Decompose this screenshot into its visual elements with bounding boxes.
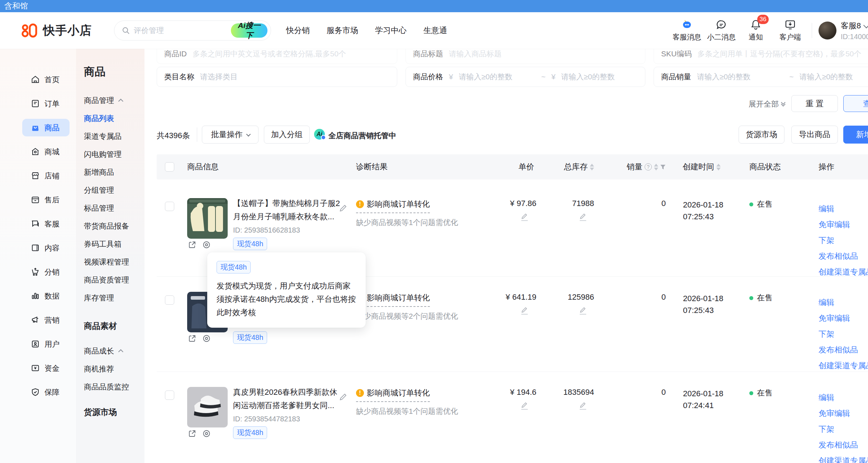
sales-help-icon[interactable] [645, 163, 652, 170]
filter-price-range[interactable]: 商品价格 ¥ ~ ¥ [405, 67, 645, 87]
filter-sales-range[interactable]: 商品销量 ~ [654, 67, 868, 87]
action-edit-no-review[interactable]: 免审编辑 [819, 217, 868, 233]
category-input[interactable] [200, 73, 390, 81]
nav-kuaifenxiao[interactable]: 快分销 [286, 25, 310, 36]
submenu-item-video-course[interactable]: 视频课程管理 [84, 253, 144, 271]
action-delist[interactable]: 下架 [819, 233, 868, 248]
submenu-item-inventory[interactable]: 库存管理 [84, 289, 144, 307]
notifications[interactable]: 通知 36 [739, 19, 773, 42]
action-edit[interactable]: 编辑 [819, 201, 868, 217]
customer-service-messages[interactable]: 客服消息 [670, 19, 704, 42]
open-external-icon[interactable] [188, 240, 196, 249]
diagnosis-title[interactable]: 影响商城订单转化 [356, 199, 430, 213]
product-title[interactable]: 真皮男鞋2026春秋四季新款休闲运动潮百搭老爹鞋男女同... [233, 385, 341, 412]
filter-funnel-icon[interactable] [660, 165, 665, 169]
row-checkbox[interactable] [165, 202, 174, 211]
nav-service-market[interactable]: 服务市场 [327, 25, 358, 36]
submenu-item-quality-monitor[interactable]: 商品品质监控 [84, 378, 144, 396]
staff-messages[interactable]: 小二消息 [704, 19, 739, 42]
edit-price-icon[interactable] [521, 401, 528, 411]
sidebar-item-shop[interactable]: 店铺 [0, 164, 76, 188]
action-edit-no-review[interactable]: 免审编辑 [819, 406, 868, 421]
submenu-item-promo-report[interactable]: 带货商品报备 [84, 217, 144, 235]
row-checkbox[interactable] [165, 295, 174, 305]
action-publish-similar[interactable]: 发布相似品 [819, 342, 868, 358]
action-edit-no-review[interactable]: 免审编辑 [819, 310, 868, 326]
export-products-button[interactable]: 导出商品 [791, 126, 838, 144]
action-edit[interactable]: 编辑 [819, 295, 868, 310]
sidebar-item-distribution[interactable]: 分销 [0, 260, 76, 284]
submenu-group-product-growth[interactable]: 商品成长 [84, 342, 144, 360]
ai-hosting-status[interactable]: 全店商品营销托管中 [328, 131, 396, 141]
price-max-input[interactable] [561, 73, 638, 81]
preview-eye-icon[interactable] [202, 240, 211, 249]
search-input[interactable] [134, 26, 231, 35]
query-button[interactable]: 查 询 [843, 95, 868, 112]
submenu-item-standard-product[interactable]: 标品管理 [84, 199, 144, 217]
submenu-item-channel-exclusive[interactable]: 渠道专属品 [84, 127, 144, 145]
submenu-item-flash-buy[interactable]: 闪电购管理 [84, 145, 144, 163]
action-publish-similar[interactable]: 发布相似品 [819, 437, 868, 453]
select-all-checkbox[interactable] [165, 162, 174, 172]
sidebar-item-funds[interactable]: 资金 [0, 356, 76, 380]
nav-shengyitong[interactable]: 生意通 [423, 25, 447, 36]
edit-title-icon[interactable] [339, 204, 347, 212]
preview-eye-icon[interactable] [202, 429, 211, 438]
sidebar-item-service[interactable]: 客服 [0, 212, 76, 236]
edit-stock-icon[interactable] [579, 306, 587, 315]
edit-price-icon[interactable] [521, 306, 528, 315]
submenu-section-material[interactable]: 商品素材 [84, 317, 144, 335]
avatar[interactable] [819, 22, 836, 39]
add-product-button[interactable]: 新增商品 [843, 126, 868, 144]
nav-learning-center[interactable]: 学习中心 [375, 25, 407, 36]
submenu-item-grouping[interactable]: 分组管理 [84, 181, 144, 199]
expand-all-link[interactable]: 展开全部 [749, 99, 785, 109]
edit-title-icon[interactable] [339, 393, 347, 401]
submenu-item-opportunity[interactable]: 商机推荐 [84, 360, 144, 378]
stock-48h-tag[interactable]: 现货48h [233, 331, 267, 344]
supply-market-button[interactable]: 货源市场 [739, 126, 784, 144]
ai-search-button[interactable]: Ai搜一下 [231, 23, 267, 38]
action-delist[interactable]: 下架 [819, 326, 868, 342]
sidebar-item-mall[interactable]: 商城 [0, 140, 76, 164]
batch-actions-button[interactable]: 批量操作 [202, 126, 258, 144]
action-edit[interactable]: 编辑 [819, 390, 868, 406]
sidebar-item-aftersale[interactable]: 售后 [0, 188, 76, 212]
sidebar-item-orders[interactable]: 订单 [0, 92, 76, 116]
sku-code-input[interactable] [697, 50, 868, 58]
sort-icons[interactable] [716, 164, 721, 170]
submenu-section-supply-market[interactable]: 货源市场 [84, 403, 144, 421]
diagnosis-title[interactable]: 影响商城订单转化 [356, 388, 430, 402]
submenu-item-qualification[interactable]: 商品资质管理 [84, 271, 144, 289]
row-checkbox[interactable] [165, 390, 174, 400]
reset-button[interactable]: 重 置 [791, 95, 838, 112]
sidebar-item-products[interactable]: 商品 [0, 116, 76, 140]
sidebar-item-guarantee[interactable]: 保障 [0, 380, 76, 404]
edit-price-icon[interactable] [521, 212, 528, 222]
sort-icons[interactable] [654, 164, 658, 170]
product-id-input[interactable] [193, 50, 390, 58]
stock-48h-tag[interactable]: 现货48h [233, 426, 267, 439]
action-publish-similar[interactable]: 发布相似品 [819, 248, 868, 264]
action-create-channel-exclusive[interactable]: 创建渠道专属品 [819, 453, 868, 463]
product-image[interactable] [187, 198, 228, 239]
sidebar-item-data[interactable]: 数据 [0, 284, 76, 308]
add-to-group-button[interactable]: 加入分组 [264, 126, 310, 144]
sales-max-input[interactable] [800, 73, 868, 81]
client-download[interactable]: 客户端 [773, 19, 807, 42]
diagnosis-title[interactable]: 影响商城订单转化 [356, 293, 430, 307]
edit-stock-icon[interactable] [579, 401, 587, 411]
filter-category[interactable]: 类目名称 [157, 67, 397, 87]
sidebar-item-marketing[interactable]: 营销 [0, 308, 76, 332]
edit-stock-icon[interactable] [579, 212, 587, 222]
preview-eye-icon[interactable] [202, 334, 211, 343]
price-min-input[interactable] [459, 73, 536, 81]
sidebar-item-content[interactable]: 内容 [0, 236, 76, 260]
user-block[interactable]: 客服8 ID:1400001050 [841, 20, 868, 41]
product-image[interactable] [187, 387, 228, 427]
submenu-item-coupon-toolbox[interactable]: 券码工具箱 [84, 235, 144, 253]
submenu-item-product-list[interactable]: 商品列表 [84, 109, 144, 127]
sort-icons[interactable] [590, 164, 594, 170]
stock-48h-tag[interactable]: 现货48h [233, 238, 267, 250]
global-search[interactable]: Ai搜一下 [114, 20, 271, 41]
